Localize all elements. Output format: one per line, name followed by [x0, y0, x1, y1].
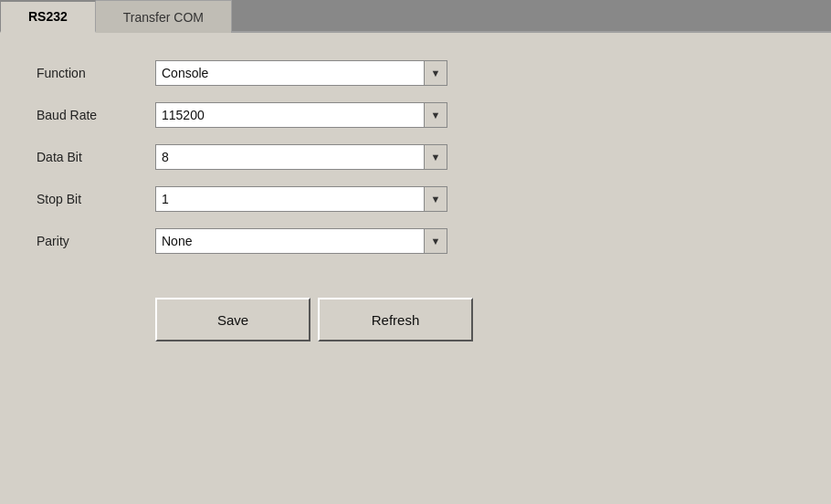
tab-spacer — [232, 0, 831, 31]
tab-transfer-com-label: Transfer COM — [123, 10, 204, 25]
form-row-parity: ParityNoneEvenOdd — [37, 228, 794, 254]
label-stop-bit: Stop Bit — [37, 192, 155, 206]
tab-rs232[interactable]: RS232 — [0, 0, 96, 33]
select-wrapper-data-bit: 78 — [155, 144, 447, 170]
refresh-button[interactable]: Refresh — [318, 298, 473, 341]
label-data-bit: Data Bit — [37, 150, 155, 164]
form-row-stop-bit: Stop Bit12 — [37, 186, 794, 212]
main-container: RS232 Transfer COM FunctionConsoleTransp… — [0, 0, 831, 504]
select-wrapper-function: ConsoleTransparentModem — [155, 60, 447, 86]
select-parity[interactable]: NoneEvenOdd — [155, 228, 447, 254]
tab-rs232-label: RS232 — [28, 9, 68, 24]
select-baud-rate[interactable]: 9600192003840057600115200 — [155, 102, 447, 128]
select-data-bit[interactable]: 78 — [155, 144, 447, 170]
select-wrapper-stop-bit: 12 — [155, 186, 447, 212]
select-stop-bit[interactable]: 12 — [155, 186, 447, 212]
form-row-baud-rate: Baud Rate9600192003840057600115200 — [37, 102, 794, 128]
select-wrapper-baud-rate: 9600192003840057600115200 — [155, 102, 447, 128]
save-button[interactable]: Save — [155, 298, 310, 341]
label-function: Function — [37, 66, 155, 80]
form-row-function: FunctionConsoleTransparentModem — [37, 60, 794, 86]
tab-bar: RS232 Transfer COM — [0, 0, 831, 33]
label-parity: Parity — [37, 234, 155, 248]
label-baud-rate: Baud Rate — [37, 108, 155, 122]
select-function[interactable]: ConsoleTransparentModem — [155, 60, 447, 86]
select-wrapper-parity: NoneEvenOdd — [155, 228, 447, 254]
content-area: FunctionConsoleTransparentModemBaud Rate… — [0, 33, 831, 504]
buttons-row: Save Refresh — [155, 298, 794, 341]
tab-transfer-com[interactable]: Transfer COM — [96, 0, 232, 33]
form-row-data-bit: Data Bit78 — [37, 144, 794, 170]
